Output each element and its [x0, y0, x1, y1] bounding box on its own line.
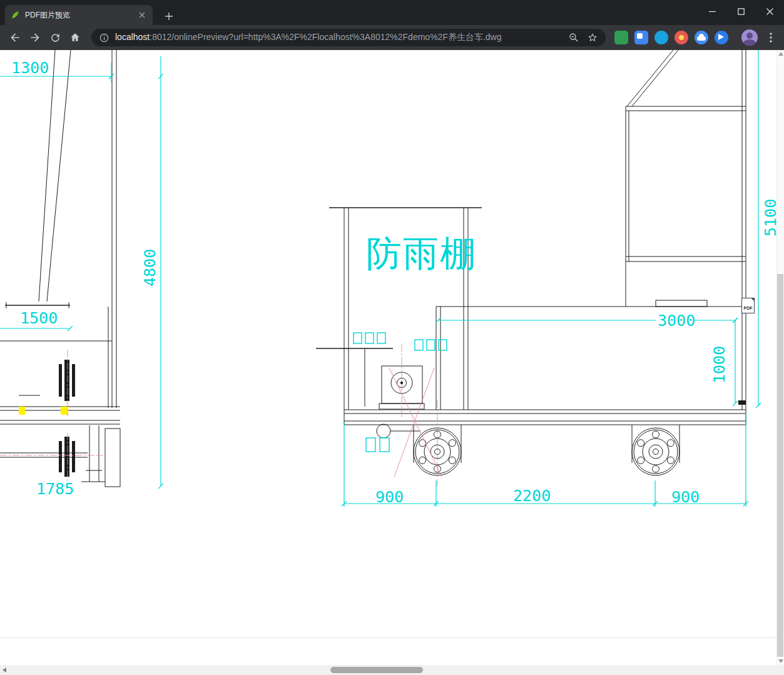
scrollbar-corner [776, 665, 784, 675]
pdf-badge[interactable]: PDF [741, 298, 755, 313]
left-elevation-lines [0, 50, 120, 487]
extension-icon-6[interactable] [715, 31, 728, 44]
trolley-dimensions: 防雨棚 3000 1000 5100 900 2200 900 [342, 50, 776, 507]
translate-extension-icon[interactable] [634, 31, 648, 44]
window-controls [698, 0, 784, 23]
extensions-row [614, 31, 728, 44]
spring-leaf-favicon [10, 10, 20, 20]
dim-2200: 2200 [513, 487, 551, 505]
tab-close-icon[interactable] [136, 9, 148, 21]
preview-page: 1300 4800 1500 1785 [0, 50, 776, 665]
tab-title: PDF图片预览 [25, 10, 136, 21]
url-text: localhost:8012/onlinePreview?url=http%3A… [115, 32, 568, 43]
dim-1000: 1000 [710, 346, 728, 383]
dim-3000: 3000 [658, 312, 695, 330]
cad-drawing: 1300 4800 1500 1785 [0, 50, 776, 665]
vertical-scrollbar-thumb[interactable] [777, 274, 783, 657]
pdf-badge-fold [751, 298, 755, 302]
address-bar[interactable]: localhost:8012/onlinePreview?url=http%3A… [91, 29, 606, 46]
left-elevation-centerlines [0, 350, 103, 482]
page-info-icon[interactable] [99, 33, 109, 43]
window-maximize-button[interactable] [726, 0, 755, 23]
forward-button[interactable] [26, 29, 44, 46]
extension-icon-4[interactable] [675, 31, 688, 44]
profile-avatar[interactable] [741, 29, 758, 46]
dim-1500: 1500 [20, 309, 58, 327]
scroll-down-arrow[interactable] [778, 659, 783, 663]
page-divider [0, 637, 776, 638]
left-elevation-dimensions: 1300 4800 1500 1785 [0, 56, 163, 498]
back-button[interactable] [6, 29, 24, 46]
dim-4800: 4800 [141, 249, 159, 287]
browser-titlebar: PDF图片预览 [0, 0, 784, 25]
dim-1785: 1785 [36, 480, 74, 498]
url-host: localhost [115, 32, 150, 42]
extension-icon-3[interactable] [654, 31, 668, 44]
reload-button[interactable] [46, 29, 64, 46]
zoom-icon[interactable] [568, 32, 579, 43]
dim-900-right: 900 [671, 488, 700, 506]
horizontal-scrollbar[interactable] [0, 665, 784, 675]
dim-5100: 5100 [761, 199, 776, 236]
horizontal-scrollbar-thumb[interactable] [330, 667, 423, 673]
dim-900-left: 900 [375, 488, 404, 506]
window-minimize-button[interactable] [698, 0, 726, 23]
scroll-up-arrow[interactable] [778, 52, 783, 56]
browser-tab[interactable]: PDF图片预览 [5, 5, 153, 25]
dim-1300: 1300 [11, 59, 49, 77]
trolley-cyan-symbols [354, 333, 447, 452]
scroll-left-arrow[interactable] [3, 667, 6, 672]
cloud-extension-icon[interactable] [695, 31, 708, 44]
pdf-badge-label: PDF [744, 306, 753, 310]
url-path: :8012/onlinePreview?url=http%3A%2F%2Floc… [150, 32, 501, 42]
browser-menu-icon[interactable] [763, 30, 778, 45]
new-tab-button[interactable] [160, 8, 178, 25]
window-close-button[interactable] [755, 0, 784, 23]
home-button[interactable] [66, 29, 84, 46]
bookmark-star-icon[interactable] [587, 32, 598, 43]
extension-icon-1[interactable] [614, 31, 628, 44]
rain-shelter-label: 防雨棚 [366, 233, 477, 273]
